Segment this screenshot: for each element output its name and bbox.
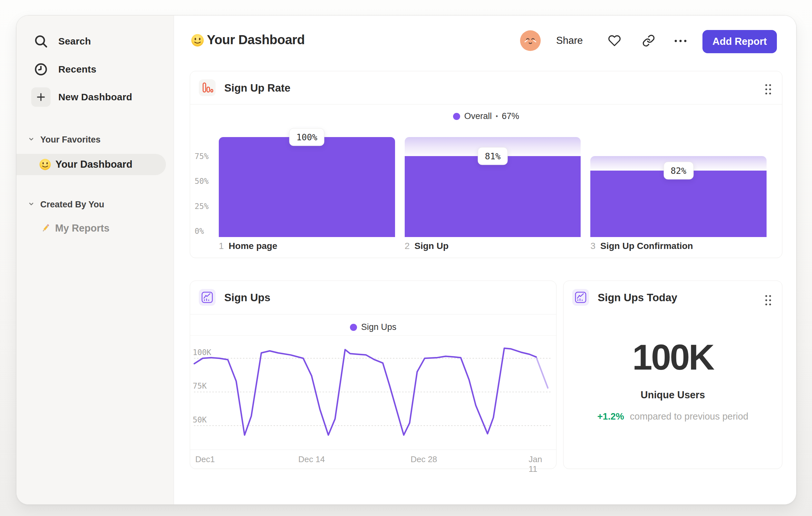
line-x-tick: Dec1 xyxy=(195,454,215,464)
funnel-bar xyxy=(405,156,581,237)
line-y-tick: 75K xyxy=(193,381,207,391)
delta-caption: compared to previous period xyxy=(630,411,749,422)
step-name: Home page xyxy=(229,241,278,251)
line-chart-icon xyxy=(199,289,215,306)
divider xyxy=(190,314,556,315)
funnel-bar xyxy=(219,137,395,237)
conversion-badge: 81% xyxy=(478,147,508,165)
main-content: Your Dashboard Share Add R xyxy=(174,16,796,505)
user-avatar[interactable] xyxy=(520,30,541,51)
sidebar-item-label: My Reports xyxy=(55,222,110,234)
sidebar-item-label: Your Dashboard xyxy=(55,159,133,170)
funnel-bar xyxy=(590,171,766,237)
pencil-emoji-icon xyxy=(40,222,51,234)
sidebar: Search Recents New Dashboard Your Favori… xyxy=(17,16,174,505)
drag-handle-icon[interactable] xyxy=(764,294,772,307)
add-report-button[interactable]: Add Report xyxy=(702,30,777,53)
card-title: Sign Ups xyxy=(224,292,270,304)
section-label: Created By You xyxy=(40,200,105,210)
line-x-tick: Dec 28 xyxy=(410,454,437,464)
section-label: Your Favorites xyxy=(40,135,100,145)
step-index: 3 xyxy=(590,241,596,251)
card-sign-ups: Sign Ups Sign Ups 100K75K50K Dec1Dec 14D… xyxy=(190,280,556,469)
share-button[interactable]: Share xyxy=(556,35,583,47)
card-title: Sign Ups Today xyxy=(598,292,677,304)
funnel-y-tick: 50% xyxy=(195,176,208,186)
sidebar-item-search[interactable]: Search xyxy=(33,31,91,52)
card-sign-ups-today: Sign Ups Today 100K Unique Users +1.2% c… xyxy=(563,280,782,469)
step-index: 1 xyxy=(219,241,224,251)
sidebar-item-label: Recents xyxy=(58,64,96,75)
sidebar-item-my-reports[interactable]: My Reports xyxy=(40,220,110,237)
section-your-favorites[interactable]: Your Favorites xyxy=(27,134,100,145)
stat-value: 100K xyxy=(563,336,782,378)
delta-percent: +1.2% xyxy=(598,411,624,422)
line-legend: Sign Ups xyxy=(190,322,556,332)
line-x-tick: Dec 14 xyxy=(298,454,325,464)
stat-delta: +1.2% compared to previous period xyxy=(563,411,782,422)
funnel-step-label: 3Sign Up Confirmation xyxy=(590,241,693,251)
line-chart-icon xyxy=(572,289,589,306)
sidebar-item-recents[interactable]: Recents xyxy=(33,59,96,80)
legend-series: Sign Ups xyxy=(361,322,397,332)
funnel-y-tick: 25% xyxy=(195,201,208,211)
signups-line-chart xyxy=(190,335,556,450)
sidebar-item-your-dashboard[interactable]: Your Dashboard xyxy=(17,154,166,175)
funnel-plot: 75%50%25%0%100%1Home page81%2Sign Up82%3… xyxy=(190,71,782,258)
line-y-tick: 50K xyxy=(193,415,207,425)
conversion-badge: 100% xyxy=(289,128,324,146)
more-options-icon[interactable] xyxy=(674,39,687,43)
smiley-emoji-icon xyxy=(191,33,204,47)
line-x-tick: Jan 11 xyxy=(529,454,547,464)
sidebar-item-label: New Dashboard xyxy=(58,91,132,103)
legend-dot-icon xyxy=(350,324,357,331)
copy-link-icon[interactable] xyxy=(642,34,655,47)
section-created-by-you[interactable]: Created By You xyxy=(27,199,105,210)
clock-icon xyxy=(33,62,49,77)
divider xyxy=(190,450,556,450)
page-title: Your Dashboard xyxy=(207,33,305,47)
step-index: 2 xyxy=(405,241,410,251)
search-icon xyxy=(33,33,49,49)
favorite-heart-icon[interactable] xyxy=(608,34,621,47)
stat-label: Unique Users xyxy=(563,389,782,401)
plus-icon xyxy=(31,87,51,107)
funnel-step-label: 2Sign Up xyxy=(405,241,448,251)
sidebar-item-label: Search xyxy=(58,36,91,47)
funnel-y-tick: 0% xyxy=(195,226,204,236)
chevron-down-icon xyxy=(27,200,35,209)
app-window: Search Recents New Dashboard Your Favori… xyxy=(16,15,796,505)
funnel-y-tick: 75% xyxy=(195,152,208,161)
card-sign-up-rate: Sign Up Rate Overall • 67% 75%50%25%0%10… xyxy=(190,71,782,258)
sidebar-item-new-dashboard[interactable]: New Dashboard xyxy=(33,87,132,107)
step-name: Sign Up xyxy=(414,241,448,251)
smiley-emoji-icon xyxy=(39,158,51,171)
chevron-down-icon xyxy=(27,135,35,144)
step-name: Sign Up Confirmation xyxy=(600,241,693,251)
line-y-tick: 100K xyxy=(193,348,211,357)
funnel-step-label: 1Home page xyxy=(219,241,278,251)
conversion-badge: 82% xyxy=(663,162,693,180)
